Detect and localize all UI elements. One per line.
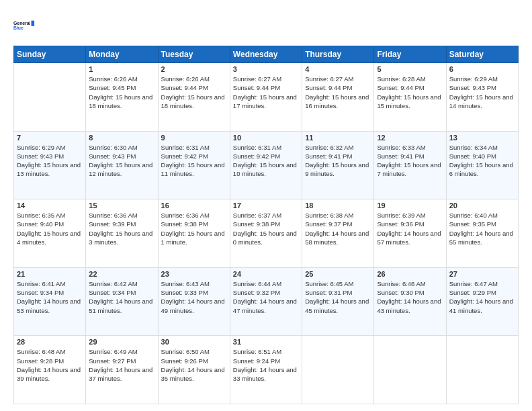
day-number: 2 [161,65,227,73]
sunset-text: Sunset: 9:27 PM [89,357,154,365]
calendar-week-row: 7 Sunrise: 6:29 AM Sunset: 9:43 PM Dayli… [14,131,519,199]
weekday-header: Sunday [14,46,86,63]
calendar-week-row: 1 Sunrise: 6:26 AM Sunset: 9:45 PM Dayli… [14,63,519,132]
day-number: 20 [449,201,515,210]
day-number: 28 [17,338,83,346]
calendar-day-cell: 31 Sunrise: 6:51 AM Sunset: 9:24 PM Dayl… [230,336,302,404]
sunset-text: Sunset: 9:40 PM [17,220,83,228]
daylight-text: Daylight: 14 hours and 43 minutes. [377,297,443,315]
calendar-day-cell: 22 Sunrise: 6:42 AM Sunset: 9:34 PM Dayl… [86,267,158,336]
sunset-text: Sunset: 9:43 PM [17,152,83,161]
day-info: Sunrise: 6:29 AM Sunset: 9:43 PM Dayligh… [449,75,515,110]
calendar-day-cell: 8 Sunrise: 6:30 AM Sunset: 9:43 PM Dayli… [86,131,158,199]
day-number: 4 [305,65,371,73]
weekday-header: Tuesday [158,46,230,63]
calendar-day-cell: 28 Sunrise: 6:48 AM Sunset: 9:28 PM Dayl… [14,336,86,404]
day-info: Sunrise: 6:30 AM Sunset: 9:43 PM Dayligh… [89,143,154,179]
sunset-text: Sunset: 9:41 PM [305,152,371,161]
calendar-day-cell: 15 Sunrise: 6:36 AM Sunset: 9:39 PM Dayl… [86,199,158,268]
sunrise-text: Sunrise: 6:27 AM [233,75,299,83]
sunrise-text: Sunrise: 6:40 AM [449,211,515,220]
daylight-text: Daylight: 14 hours and 33 minutes. [233,365,299,383]
weekday-header: Thursday [302,46,374,63]
calendar-day-cell: 9 Sunrise: 6:31 AM Sunset: 9:42 PM Dayli… [158,131,230,199]
calendar-day-cell: 29 Sunrise: 6:49 AM Sunset: 9:27 PM Dayl… [86,336,158,404]
day-number: 16 [161,201,227,210]
sunrise-text: Sunrise: 6:41 AM [17,279,83,288]
daylight-text: Daylight: 15 hours and 14 minutes. [449,93,515,111]
calendar-day-cell: 24 Sunrise: 6:44 AM Sunset: 9:32 PM Dayl… [230,267,302,336]
calendar-week-row: 14 Sunrise: 6:35 AM Sunset: 9:40 PM Dayl… [14,199,519,268]
logo: General Blue [13,13,35,38]
sunrise-text: Sunrise: 6:36 AM [89,211,154,220]
daylight-text: Daylight: 14 hours and 53 minutes. [17,297,83,315]
day-number: 10 [233,134,299,142]
day-number: 25 [305,270,371,278]
daylight-text: Daylight: 15 hours and 17 minutes. [233,93,299,111]
day-number: 24 [233,270,299,278]
calendar-day-cell: 25 Sunrise: 6:45 AM Sunset: 9:31 PM Dayl… [302,267,374,336]
day-number: 15 [89,201,154,210]
daylight-text: Daylight: 15 hours and 1 minute. [161,229,227,247]
calendar-day-cell: 20 Sunrise: 6:40 AM Sunset: 9:35 PM Dayl… [446,199,518,268]
sunset-text: Sunset: 9:35 PM [449,220,515,228]
sunset-text: Sunset: 9:26 PM [161,357,227,365]
sunrise-text: Sunrise: 6:28 AM [377,75,443,83]
sunset-text: Sunset: 9:24 PM [233,357,299,365]
sunset-text: Sunset: 9:43 PM [449,83,515,92]
calendar-day-cell: 2 Sunrise: 6:26 AM Sunset: 9:44 PM Dayli… [158,63,230,132]
logo-icon: General Blue [13,13,35,38]
day-number: 13 [449,134,515,142]
header: General Blue [13,13,519,38]
day-number: 8 [89,134,154,142]
day-info: Sunrise: 6:26 AM Sunset: 9:45 PM Dayligh… [89,75,154,110]
sunset-text: Sunset: 9:37 PM [305,220,371,228]
sunrise-text: Sunrise: 6:26 AM [161,75,227,83]
daylight-text: Daylight: 15 hours and 18 minutes. [89,93,154,111]
day-info: Sunrise: 6:38 AM Sunset: 9:37 PM Dayligh… [305,211,371,246]
calendar-day-cell: 1 Sunrise: 6:26 AM Sunset: 9:45 PM Dayli… [86,63,158,132]
calendar-day-cell: 3 Sunrise: 6:27 AM Sunset: 9:44 PM Dayli… [230,63,302,132]
calendar-week-row: 28 Sunrise: 6:48 AM Sunset: 9:28 PM Dayl… [14,336,519,404]
daylight-text: Daylight: 14 hours and 55 minutes. [449,229,515,247]
day-number: 29 [89,338,154,346]
calendar-day-cell: 7 Sunrise: 6:29 AM Sunset: 9:43 PM Dayli… [14,131,86,199]
daylight-text: Daylight: 14 hours and 51 minutes. [89,297,154,315]
calendar-day-cell [14,63,86,132]
calendar-day-cell: 16 Sunrise: 6:36 AM Sunset: 9:38 PM Dayl… [158,199,230,268]
sunrise-text: Sunrise: 6:34 AM [449,143,515,152]
daylight-text: Daylight: 15 hours and 13 minutes. [17,161,83,179]
day-number: 6 [449,65,515,73]
sunrise-text: Sunrise: 6:26 AM [89,75,154,83]
daylight-text: Daylight: 15 hours and 0 minutes. [233,229,299,247]
sunset-text: Sunset: 9:34 PM [17,288,83,297]
day-info: Sunrise: 6:49 AM Sunset: 9:27 PM Dayligh… [89,347,154,383]
calendar-day-cell: 11 Sunrise: 6:32 AM Sunset: 9:41 PM Dayl… [302,131,374,199]
daylight-text: Daylight: 15 hours and 6 minutes. [449,161,515,179]
daylight-text: Daylight: 15 hours and 15 minutes. [377,93,443,111]
day-number: 7 [17,134,83,142]
calendar-day-cell: 6 Sunrise: 6:29 AM Sunset: 9:43 PM Dayli… [446,63,518,132]
calendar-day-cell: 23 Sunrise: 6:43 AM Sunset: 9:33 PM Dayl… [158,267,230,336]
daylight-text: Daylight: 14 hours and 35 minutes. [161,365,227,383]
day-number: 23 [161,270,227,278]
sunrise-text: Sunrise: 6:43 AM [161,279,227,288]
svg-text:Blue: Blue [13,26,24,30]
daylight-text: Daylight: 14 hours and 57 minutes. [377,229,443,247]
sunset-text: Sunset: 9:32 PM [233,288,299,297]
day-info: Sunrise: 6:33 AM Sunset: 9:41 PM Dayligh… [377,143,443,179]
sunrise-text: Sunrise: 6:27 AM [305,75,371,83]
day-info: Sunrise: 6:35 AM Sunset: 9:40 PM Dayligh… [17,211,83,246]
sunset-text: Sunset: 9:44 PM [377,83,443,92]
daylight-text: Daylight: 14 hours and 39 minutes. [17,365,83,383]
calendar-day-cell: 12 Sunrise: 6:33 AM Sunset: 9:41 PM Dayl… [374,131,446,199]
day-info: Sunrise: 6:29 AM Sunset: 9:43 PM Dayligh… [17,143,83,179]
day-info: Sunrise: 6:27 AM Sunset: 9:44 PM Dayligh… [233,75,299,110]
daylight-text: Daylight: 14 hours and 47 minutes. [233,297,299,315]
daylight-text: Daylight: 14 hours and 49 minutes. [161,297,227,315]
calendar-day-cell: 18 Sunrise: 6:38 AM Sunset: 9:37 PM Dayl… [302,199,374,268]
sunrise-text: Sunrise: 6:29 AM [17,143,83,152]
day-info: Sunrise: 6:46 AM Sunset: 9:30 PM Dayligh… [377,279,443,315]
day-info: Sunrise: 6:48 AM Sunset: 9:28 PM Dayligh… [17,347,83,383]
sunrise-text: Sunrise: 6:51 AM [233,347,299,356]
